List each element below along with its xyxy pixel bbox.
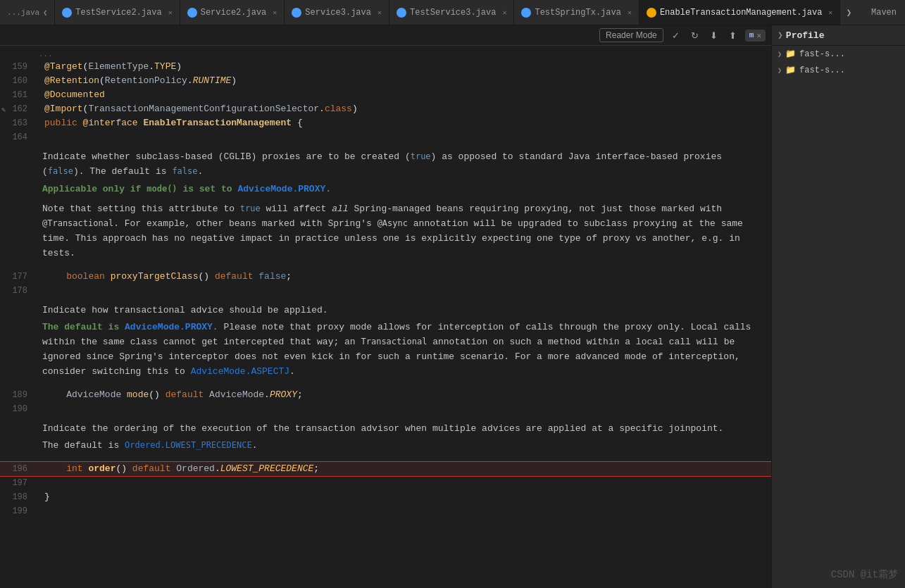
code-line-190: 190 <box>0 402 771 416</box>
copilot-close-button[interactable]: ✕ <box>756 31 761 40</box>
copilot-label: m <box>749 31 754 39</box>
line-content-160: @Retention(RetentionPolicy.RUNTIME) <box>39 74 771 88</box>
line-number-161: 161 <box>0 88 39 102</box>
line-content-161: @Documented <box>39 88 771 102</box>
expand-arrow-2: ❯ <box>778 66 782 75</box>
copilot-badge: m ✕ <box>745 30 766 42</box>
reader-bar: Reader Mode ✓ ↻ ⬇ ⬆ m ✕ <box>0 25 771 46</box>
code-line-160: 160 @Retention(RetentionPolicy.RUNTIME) <box>0 74 771 88</box>
expand-arrow-1: ❯ <box>778 50 782 58</box>
javadoc-block-2: Indicate how transactional advice should… <box>0 298 771 388</box>
line-edit-icon-162: ✎ <box>1 104 6 118</box>
tab-testspringtx[interactable]: TestSpringTx.java ✕ <box>514 0 639 25</box>
sidebar-expand-icon[interactable]: ❯ <box>778 30 783 41</box>
line-number-198: 198 <box>0 490 39 504</box>
code-line-189: 189 AdviceMode mode() default AdviceMode… <box>0 388 771 402</box>
line-content-163: public @interface EnableTransactionManag… <box>39 116 771 130</box>
line-number-164: 164 <box>0 130 39 144</box>
upload-icon[interactable]: ⬆ <box>726 29 739 42</box>
line-content-177: boolean proxyTargetClass() default false… <box>39 270 771 284</box>
tab-testservice2[interactable]: TestService2.java ✕ <box>55 0 180 25</box>
code-line-177: 177 boolean proxyTargetClass() default f… <box>0 270 771 284</box>
javadoc-block-1: Indicate whether subclass-based (CGLIB) … <box>0 144 771 270</box>
code-ellipsis-top: ... <box>0 49 771 60</box>
code-line-178: 178 <box>0 284 771 298</box>
main-layout: Reader Mode ✓ ↻ ⬇ ⬆ m ✕ ... 159 @Target(… <box>0 25 905 588</box>
tab-service2[interactable]: Service2.java ✕ <box>180 0 285 25</box>
code-line-164: 164 <box>0 130 771 144</box>
javadoc-text-3a: Indicate the ordering of the execution o… <box>42 422 760 437</box>
sidebar-title: ❯ Profile <box>772 25 905 46</box>
editor-area: Reader Mode ✓ ↻ ⬇ ⬆ m ✕ ... 159 @Target(… <box>0 25 771 588</box>
code-line-159: 159 @Target(ElementType.TYPE) <box>0 60 771 74</box>
line-content-164 <box>39 130 771 144</box>
line-number-159: 159 <box>0 60 39 74</box>
line-number-162: ✎ 162 <box>0 102 39 116</box>
sidebar-item-fast2[interactable]: ❯ 📁 fast-s... <box>772 62 905 78</box>
tab-more-button[interactable]: ❯ <box>840 0 857 25</box>
tab-bar: ...java ❮ TestService2.java ✕ Service2.j… <box>0 0 905 25</box>
line-content-198: } <box>39 490 771 504</box>
code-line-162: ✎ 162 @Import(TransactionManagementConfi… <box>0 102 771 116</box>
line-number-199: 199 <box>0 504 39 518</box>
code-line-196: 196 int order() default Ordered.LOWEST_P… <box>0 462 771 476</box>
line-content-162: @Import(TransactionManagementConfigurati… <box>39 102 771 116</box>
javadoc-block-3: Indicate the ordering of the execution o… <box>0 416 771 463</box>
download-icon[interactable]: ⬇ <box>707 29 720 42</box>
line-number-163: 163 <box>0 116 39 130</box>
code-editor[interactable]: ... 159 @Target(ElementType.TYPE) 160 @R… <box>0 46 771 588</box>
line-number-190: 190 <box>0 402 39 416</box>
javadoc-text-3b: The default is Ordered.LOWEST_PRECEDENCE… <box>42 439 760 453</box>
code-line-161: 161 @Documented <box>0 88 771 102</box>
tab-testservice3[interactable]: TestService3.java ✕ <box>389 0 514 25</box>
folder-icon-2: 📁 <box>785 65 796 75</box>
reader-mode-button[interactable]: Reader Mode <box>599 28 663 42</box>
javadoc-text-1c: Note that setting this attribute to true… <box>42 202 760 261</box>
javadoc-text-2b: The default is AdviceMode.PROXY. Please … <box>42 320 760 379</box>
line-content-159: @Target(ElementType.TYPE) <box>39 60 771 74</box>
line-number-160: 160 <box>0 74 39 88</box>
tab-prev[interactable]: ...java ❮ <box>0 0 55 25</box>
folder-icon-1: 📁 <box>785 49 796 59</box>
refresh-icon[interactable]: ↻ <box>688 29 701 42</box>
line-content-189: AdviceMode mode() default AdviceMode.PRO… <box>39 388 771 402</box>
check-icon[interactable]: ✓ <box>669 29 682 42</box>
line-number-197: 197 <box>0 476 39 490</box>
code-line-198: 198 } <box>0 490 771 504</box>
line-content-190 <box>39 402 771 416</box>
javadoc-text-2a: Indicate how transactional advice should… <box>42 304 760 318</box>
line-number-189: 189 <box>0 388 39 402</box>
line-number-178: 178 <box>0 284 39 298</box>
maven-button[interactable]: Maven <box>863 0 905 25</box>
line-content-178 <box>39 284 771 298</box>
code-line-197: 197 <box>0 476 771 490</box>
right-sidebar: ❯ Profile ❯ 📁 fast-s... ❯ 📁 fast-s... <box>771 25 905 588</box>
javadoc-text-1a: Indicate whether subclass-based (CGLIB) … <box>42 150 760 180</box>
tab-enabletransactionmanagement[interactable]: EnableTransactionManagement.java ✕ <box>639 0 840 25</box>
code-line-199: 199 <box>0 504 771 518</box>
line-content-196: int order() default Ordered.LOWEST_PRECE… <box>39 462 771 476</box>
line-content-197 <box>39 476 771 490</box>
line-content-199 <box>39 504 771 518</box>
tab-service3[interactable]: Service3.java ✕ <box>285 0 389 25</box>
line-number-177: 177 <box>0 270 39 284</box>
code-line-163: 163 public @interface EnableTransactionM… <box>0 116 771 130</box>
javadoc-text-1b: Applicable only if mode() is set to Advi… <box>42 182 760 197</box>
line-number-196: 196 <box>0 462 39 476</box>
sidebar-item-fast1[interactable]: ❯ 📁 fast-s... <box>772 46 905 62</box>
watermark: CSDN @it霜梦 <box>831 568 898 581</box>
